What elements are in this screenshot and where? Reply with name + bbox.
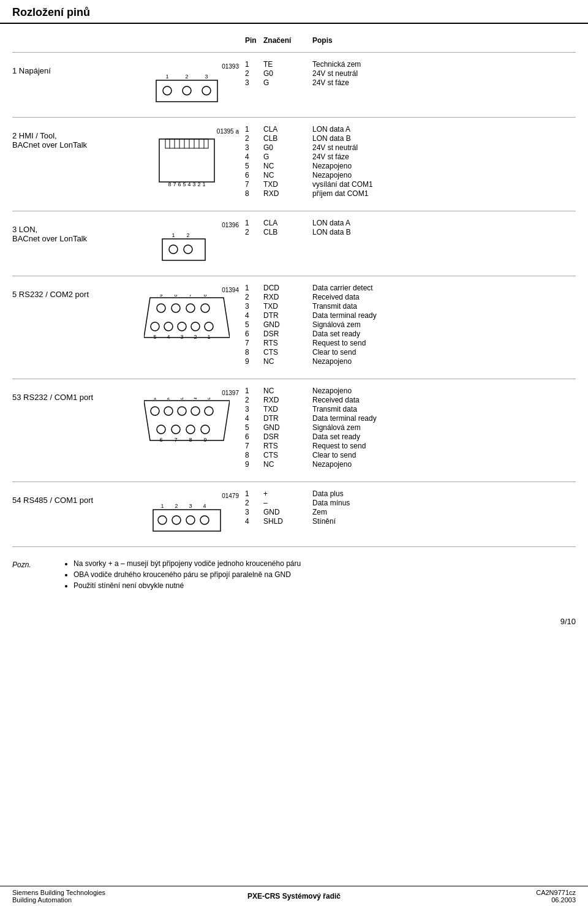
pin-row: 4DTRData terminal ready — [239, 414, 576, 423]
footer-doc-id: CA2N9771cz — [388, 889, 576, 896]
svg-point-43 — [151, 322, 159, 331]
note-item: OBA vodiče druhého krouceného páru se př… — [74, 570, 576, 579]
section5-connector: 01397 1 2 3 4 5 6 — [135, 387, 239, 447]
svg-rect-0 — [156, 80, 217, 102]
pin-row: 3G024V st neutrál — [239, 143, 576, 152]
svg-text:2: 2 — [186, 232, 189, 238]
section1-conn-id: 01393 — [222, 63, 239, 70]
section1-connector: 01393 1 2 3 — [135, 60, 239, 105]
col-sign-header: Značení — [263, 36, 312, 45]
section1-connector-svg: 1 2 3 — [150, 71, 224, 105]
divider-0 — [12, 52, 576, 53]
section-lon: 3 LON, BACnet over LonTalk 01396 1 2 1CL… — [12, 219, 576, 263]
section-napajeni: 1 Napájení 01393 1 2 3 — [12, 60, 576, 105]
pin-row: 4SHLDStínění — [239, 517, 576, 526]
svg-text:7: 7 — [189, 295, 192, 298]
pin-row: 3TXDTransmit data — [239, 302, 576, 311]
svg-text:3: 3 — [189, 503, 192, 509]
section5-pins: 1NCNezapojeno 2RXDReceived data 3TXDTran… — [239, 387, 576, 469]
svg-text:4: 4 — [194, 398, 197, 401]
pin-row: 8CTSClear to send — [239, 451, 576, 459]
svg-text:1: 1 — [202, 181, 205, 187]
section4-label: 5 RS232 / COM2 port — [12, 284, 135, 299]
page-header: Rozložení pinů — [0, 0, 588, 24]
section-rs232-com1: 53 RS232 / COM1 port 01397 1 2 3 4 5 — [12, 387, 576, 469]
pin-row: 3 G 24V st fáze — [239, 78, 576, 87]
svg-text:7: 7 — [173, 181, 176, 187]
pin-row: 1NCNezapojeno — [239, 387, 576, 395]
svg-text:6: 6 — [203, 295, 206, 298]
svg-rect-7 — [159, 139, 214, 182]
svg-text:2: 2 — [167, 398, 170, 401]
note-item: Na svorky + a – musejí být připojeny vod… — [74, 559, 576, 568]
svg-point-64 — [186, 425, 195, 434]
pin-row: 7RTSRequest to send — [239, 339, 576, 347]
svg-point-63 — [172, 425, 180, 434]
section5-connector-svg: 1 2 3 4 5 6 7 8 9 — [144, 398, 230, 447]
svg-point-6 — [202, 86, 211, 95]
section1-label: 1 Napájení — [12, 60, 135, 75]
pin-row: 2CLBLON data B — [239, 228, 576, 236]
section4-connector: 01394 9 8 7 6 5 4 3 — [135, 284, 239, 344]
svg-point-4 — [163, 86, 172, 95]
svg-text:4: 4 — [167, 334, 170, 340]
divider-4 — [12, 379, 576, 379]
svg-text:6: 6 — [178, 181, 181, 187]
svg-text:9: 9 — [203, 437, 206, 443]
section1-pins: 1 TE Technická zem 2 G0 24V st neutrál 3… — [239, 60, 576, 88]
divider-5 — [12, 481, 576, 482]
pin-row: 1 TE Technická zem — [239, 60, 576, 69]
section4-connector-svg: 9 8 7 6 5 4 3 2 1 — [144, 295, 230, 344]
footer-right: CA2N9771cz 06.2003 — [388, 889, 576, 904]
footer-company: Siemens Building Technologies — [12, 889, 200, 896]
pin-row: 7TXDvysílání dat COM1 — [239, 180, 576, 189]
pin-row: 2CLBLON data B — [239, 134, 576, 143]
svg-point-55 — [178, 407, 186, 415]
section3-pins: 1CLALON data A 2CLBLON data B — [239, 219, 576, 237]
svg-point-71 — [158, 516, 167, 524]
svg-text:1: 1 — [172, 232, 175, 238]
svg-text:2: 2 — [185, 74, 188, 80]
pin-row: 1CLALON data A — [239, 125, 576, 134]
pin-row: 1+Data plus — [239, 489, 576, 498]
section4-conn-id: 01394 — [222, 287, 239, 293]
svg-text:3: 3 — [205, 74, 208, 80]
pin-row: 7RTSRequest to send — [239, 442, 576, 450]
svg-text:3: 3 — [180, 398, 183, 401]
section6-connector: 01479 1 2 3 4 — [135, 489, 239, 534]
svg-text:5: 5 — [183, 181, 186, 187]
svg-point-65 — [201, 425, 209, 434]
svg-point-45 — [178, 322, 186, 331]
section6-conn-id: 01479 — [222, 493, 239, 499]
pin-row: 2–Data mínus — [239, 499, 576, 507]
section3-conn-id: 01396 — [222, 222, 239, 228]
pin-row: 2RXDReceived data — [239, 396, 576, 404]
svg-point-37 — [201, 304, 209, 312]
section6-pins: 1+Data plus 2–Data mínus 3GNDZem 4SHLDSt… — [239, 489, 576, 526]
svg-text:4: 4 — [187, 181, 190, 187]
notes-content: Na svorky + a – musejí být připojeny vod… — [61, 559, 576, 592]
footer-center: PXE-CRS Systémový řadič — [200, 892, 388, 900]
pin-row: 2RXDReceived data — [239, 293, 576, 301]
pin-row: 2 G0 24V st neutrál — [239, 69, 576, 78]
footer-division: Building Automation — [12, 896, 200, 904]
svg-point-72 — [172, 516, 181, 524]
section3-label: 3 LON, BACnet over LonTalk — [12, 219, 135, 243]
section4-pins: 1DCDData carrier detect 2RXDReceived dat… — [239, 284, 576, 366]
svg-point-56 — [191, 407, 200, 415]
svg-text:8: 8 — [174, 295, 177, 298]
footer-product: PXE-CRS Systémový řadič — [247, 892, 341, 900]
section3-connector-svg: 1 2 — [156, 230, 217, 263]
svg-text:3: 3 — [180, 334, 183, 340]
svg-text:2: 2 — [197, 181, 200, 187]
svg-point-46 — [191, 322, 200, 331]
svg-point-34 — [157, 304, 165, 312]
svg-text:8: 8 — [168, 181, 171, 187]
section6-connector-svg: 1 2 3 4 — [150, 500, 224, 534]
main-content: Pin Značení Popis 1 Napájení 01393 1 2 3 — [0, 30, 588, 598]
svg-point-62 — [157, 425, 165, 434]
svg-rect-66 — [153, 510, 221, 531]
footer-date: 06.2003 — [388, 896, 576, 904]
section-rs485: 54 RS485 / COM1 port 01479 1 2 3 4 — [12, 489, 576, 534]
pin-row: 5GNDSignálová zem — [239, 423, 576, 432]
